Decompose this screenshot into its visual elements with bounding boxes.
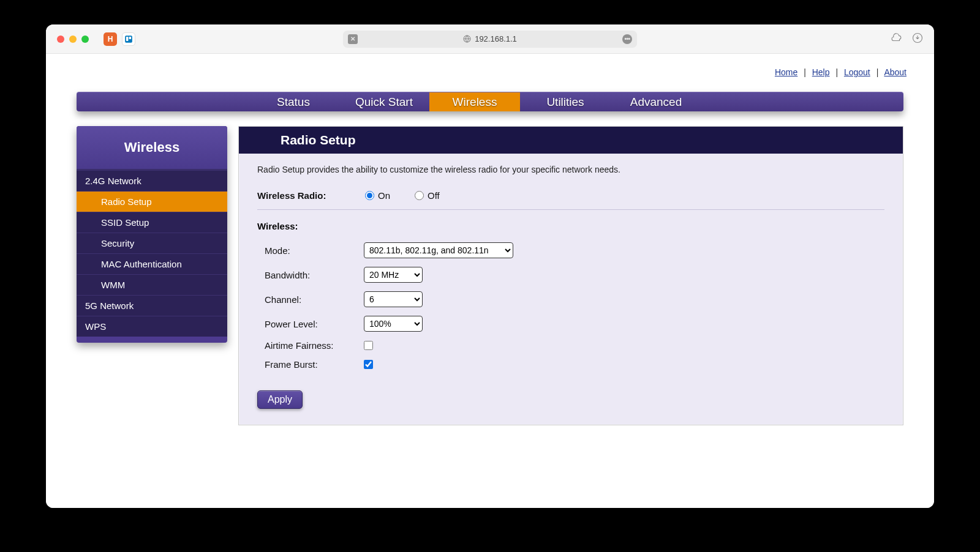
cloud-icon[interactable] [891, 32, 902, 46]
sidebar-item-mac[interactable]: MAC Authentication [77, 254, 227, 275]
tab-advanced[interactable]: Advanced [611, 92, 701, 111]
power-select[interactable]: 100% [364, 316, 423, 332]
radio-on-option[interactable]: On [365, 190, 390, 201]
radio-on-label: On [378, 190, 390, 201]
airtime-checkbox[interactable] [364, 341, 373, 350]
address-bar[interactable]: ✕ 192.168.1.1 ••• [343, 31, 637, 48]
downloads-icon[interactable] [912, 32, 923, 46]
link-help[interactable]: Help [812, 67, 830, 77]
radio-off-option[interactable]: Off [415, 190, 440, 201]
panel-header: Radio Setup [239, 127, 903, 154]
stop-reload-icon[interactable]: ✕ [348, 34, 358, 44]
sidebar: Wireless 2.4G Network Radio Setup SSID S… [77, 126, 227, 343]
page-content: Home | Help | Logout | About Status Quic… [46, 54, 934, 508]
link-about[interactable]: About [884, 67, 907, 77]
browser-window: H ✕ 192.168.1.1 ••• Home | Help [46, 24, 934, 508]
mode-select[interactable]: 802.11b, 802.11g, and 802.11n [364, 242, 513, 258]
separator: | [804, 67, 806, 77]
minimize-icon[interactable] [69, 35, 77, 43]
panel-description: Radio Setup provides the ability to cust… [257, 165, 884, 174]
bandwidth-label: Bandwidth: [265, 270, 364, 280]
frameburst-row: Frame Burst: [265, 359, 884, 370]
separator: | [835, 67, 838, 77]
power-row: Power Level: 100% [265, 316, 884, 332]
mode-label: Mode: [265, 245, 364, 256]
frameburst-label: Frame Burst: [265, 359, 364, 370]
tab-utilities[interactable]: Utilities [520, 92, 611, 111]
content-area: Wireless 2.4G Network Radio Setup SSID S… [77, 126, 903, 425]
power-label: Power Level: [265, 319, 364, 329]
tab-wireless[interactable]: Wireless [429, 92, 520, 111]
channel-select[interactable]: 6 [364, 291, 423, 307]
maximize-icon[interactable] [81, 35, 89, 43]
globe-icon [463, 35, 471, 45]
airtime-row: Airtime Fairness: [265, 340, 884, 351]
bandwidth-select[interactable]: 20 MHz [364, 267, 423, 283]
tab-status[interactable]: Status [248, 92, 339, 111]
sidebar-item-wmm[interactable]: WMM [77, 275, 227, 296]
divider [257, 209, 884, 210]
nav-spacer [77, 92, 248, 111]
bandwidth-row: Bandwidth: 20 MHz [265, 267, 884, 283]
sidebar-item-ssid[interactable]: SSID Setup [77, 212, 227, 233]
wireless-radio-row: Wireless Radio: On Off [257, 190, 884, 201]
airtime-label: Airtime Fairness: [265, 340, 364, 351]
top-links: Home | Help | Logout | About [46, 54, 934, 77]
site-settings-icon[interactable]: ••• [622, 34, 632, 44]
mode-row: Mode: 802.11b, 802.11g, and 802.11n [265, 242, 884, 258]
svg-rect-1 [126, 36, 129, 40]
channel-label: Channel: [265, 294, 364, 305]
sidebar-item-24g[interactable]: 2.4G Network [77, 171, 227, 192]
extension-icons: H [104, 32, 135, 46]
radio-off-input[interactable] [415, 191, 424, 200]
main-nav: Status Quick Start Wireless Utilities Ad… [77, 92, 903, 111]
sidebar-item-5g[interactable]: 5G Network [77, 296, 227, 316]
wireless-radio-group: On Off [365, 190, 440, 201]
link-home[interactable]: Home [775, 67, 797, 77]
tab-quickstart[interactable]: Quick Start [339, 92, 429, 111]
form-rows: Mode: 802.11b, 802.11g, and 802.11n Band… [257, 242, 884, 370]
radio-off-label: Off [428, 190, 440, 201]
sidebar-item-wps[interactable]: WPS [77, 316, 227, 337]
channel-row: Channel: 6 [265, 291, 884, 307]
separator: | [876, 67, 879, 77]
link-logout[interactable]: Logout [844, 67, 870, 77]
url-text: 192.168.1.1 [475, 34, 517, 43]
traffic-lights [57, 35, 89, 43]
wireless-radio-label: Wireless Radio: [257, 190, 365, 201]
svg-rect-2 [129, 36, 132, 39]
sidebar-item-radio[interactable]: Radio Setup [77, 192, 227, 212]
main-panel: Radio Setup Radio Setup provides the abi… [238, 126, 903, 425]
panel-body: Radio Setup provides the ability to cust… [239, 154, 903, 425]
sidebar-title: Wireless [77, 126, 227, 171]
radio-on-input[interactable] [365, 191, 374, 200]
close-icon[interactable] [57, 35, 64, 43]
extension-h-icon[interactable]: H [104, 32, 117, 46]
sidebar-item-security[interactable]: Security [77, 233, 227, 254]
titlebar: H ✕ 192.168.1.1 ••• [46, 24, 934, 54]
apply-button[interactable]: Apply [257, 390, 303, 409]
titlebar-right [891, 32, 923, 46]
extension-trello-icon[interactable] [122, 32, 135, 46]
wireless-section-header: Wireless: [257, 221, 884, 231]
frameburst-checkbox[interactable] [364, 360, 373, 369]
